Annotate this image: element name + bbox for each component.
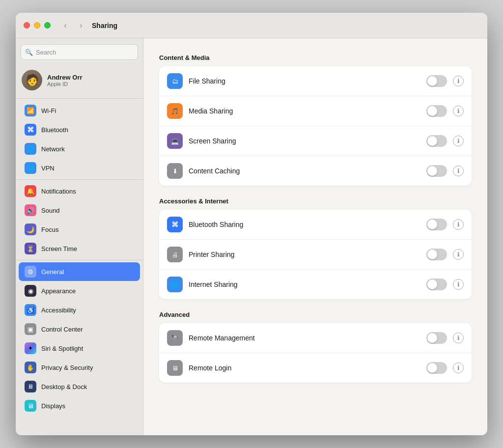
internet-sharing-icon: 🌐 [167, 277, 183, 292]
remote-management-info-button[interactable]: ℹ [453, 333, 464, 343]
maximize-button[interactable] [44, 22, 51, 28]
content-caching-icon: ⬇ [167, 163, 183, 179]
section-title-advanced: Advanced [159, 311, 472, 318]
media-sharing-info-button[interactable]: ℹ [453, 106, 464, 116]
settings-row-bluetooth-sharing: ⌘ Bluetooth Sharing ℹ [159, 210, 472, 240]
content-caching-toggle[interactable] [426, 165, 447, 177]
sidebar-item-vpn[interactable]: 🌐 VPN [19, 159, 140, 177]
titlebar: ‹ › Sharing [16, 13, 487, 38]
siri-icon: ✦ [25, 342, 36, 354]
search-bar[interactable]: 🔍 Search [21, 44, 138, 60]
sidebar-item-accessibility[interactable]: ♿ Accessibility [19, 301, 140, 319]
remote-login-toggle[interactable] [426, 362, 447, 374]
sidebar-item-appearance[interactable]: ◉ Appearance [19, 281, 140, 300]
settings-label-screen-sharing: Screen Sharing [189, 137, 420, 145]
internet-sharing-info-button[interactable]: ℹ [453, 279, 464, 290]
settings-label-internet-sharing: Internet Sharing [189, 280, 420, 288]
focus-icon: 🌙 [25, 224, 36, 235]
privacy-icon: ✋ [25, 362, 36, 373]
media-sharing-toggle[interactable] [426, 105, 447, 117]
settings-label-media-sharing: Media Sharing [189, 107, 420, 115]
sidebar-item-wifi[interactable]: 📶 Wi-Fi [19, 101, 140, 120]
settings-row-media-sharing: 🎵 Media Sharing ℹ [159, 96, 472, 126]
content-area: 🔍 Search 🧑 Andrew Orr Apple ID 📶 Wi-Fi [16, 38, 487, 435]
media-sharing-icon: 🎵 [167, 103, 183, 119]
bluetooth-sharing-icon: ⌘ [167, 217, 183, 232]
control-center-icon: ▣ [25, 323, 36, 335]
sidebar-item-bluetooth[interactable]: ⌘ Bluetooth [19, 120, 140, 139]
general-icon: ⚙ [25, 266, 36, 278]
accessibility-icon: ♿ [25, 304, 36, 316]
search-icon: 🔍 [25, 49, 33, 56]
bluetooth-sharing-info-button[interactable]: ℹ [453, 219, 464, 230]
screen-sharing-info-button[interactable]: ℹ [453, 136, 464, 146]
screen-sharing-toggle[interactable] [426, 135, 447, 147]
sidebar-divider-2 [16, 260, 143, 260]
sidebar-item-general[interactable]: ⚙ General [19, 262, 140, 281]
sidebar-item-control-center[interactable]: ▣ Control Center [19, 320, 140, 338]
sidebar-item-screen-time[interactable]: ⏳ Screen Time [19, 239, 140, 258]
settings-row-printer-sharing: 🖨 Printer Sharing ℹ [159, 240, 472, 270]
sidebar-label-displays: Displays [41, 402, 65, 410]
desktop-icon: 🖥 [25, 381, 36, 392]
bluetooth-sharing-toggle[interactable] [426, 219, 447, 230]
minimize-button[interactable] [34, 22, 40, 28]
sidebar-item-sound[interactable]: 🔊 Sound [19, 201, 140, 220]
sidebar-item-network[interactable]: 🌐 Network [19, 140, 140, 158]
user-section[interactable]: 🧑 Andrew Orr Apple ID [16, 66, 143, 96]
remote-management-toggle[interactable] [426, 332, 447, 344]
settings-group-advanced: 🔭 Remote Management ℹ 🖥 Remote Login ℹ [159, 323, 472, 383]
bluetooth-icon: ⌘ [25, 124, 36, 136]
notifications-icon: 🔔 [25, 185, 36, 197]
remote-login-info-button[interactable]: ℹ [453, 363, 464, 373]
sidebar-divider-top [16, 98, 143, 99]
internet-sharing-toggle[interactable] [426, 279, 447, 290]
settings-label-remote-login: Remote Login [189, 364, 420, 372]
sidebar-item-desktop[interactable]: 🖥 Desktop & Dock [19, 377, 140, 396]
sidebar-nav: 📶 Wi-Fi ⌘ Bluetooth 🌐 Network 🌐 VPN [16, 101, 143, 435]
avatar: 🧑 [22, 70, 42, 90]
vpn-icon: 🌐 [25, 162, 36, 174]
network-icon: 🌐 [25, 143, 36, 155]
sidebar-item-privacy[interactable]: ✋ Privacy & Security [19, 358, 140, 377]
sidebar-label-notifications: Notifications [41, 188, 76, 195]
nav-buttons: ‹ › [58, 19, 88, 32]
screen-sharing-icon: 💻 [167, 133, 183, 149]
sidebar-label-accessibility: Accessibility [41, 307, 76, 314]
appearance-icon: ◉ [25, 285, 36, 297]
main-content: Content & Media 🗂 File Sharing ℹ 🎵 Media… [143, 38, 487, 435]
sidebar-label-appearance: Appearance [41, 287, 76, 295]
remote-management-icon: 🔭 [167, 330, 183, 346]
user-subtitle: Apple ID [47, 81, 83, 87]
sidebar-label-general: General [41, 268, 64, 276]
section-title-content-media: Content & Media [159, 54, 472, 61]
user-info: Andrew Orr Apple ID [47, 74, 83, 87]
sidebar-item-siri[interactable]: ✦ Siri & Spotlight [19, 339, 140, 358]
file-sharing-info-button[interactable]: ℹ [453, 76, 464, 86]
forward-button[interactable]: › [74, 19, 88, 32]
settings-row-screen-sharing: 💻 Screen Sharing ℹ [159, 126, 472, 156]
sidebar-item-displays[interactable]: 🖥 Displays [19, 396, 140, 415]
settings-row-remote-login: 🖥 Remote Login ℹ [159, 353, 472, 383]
main-window: ‹ › Sharing 🔍 Search 🧑 Andrew Orr Apple … [16, 13, 487, 435]
settings-label-bluetooth-sharing: Bluetooth Sharing [189, 221, 420, 228]
sidebar-divider-1 [16, 179, 143, 180]
close-button[interactable] [24, 22, 30, 28]
back-button[interactable]: ‹ [58, 19, 72, 32]
content-caching-info-button[interactable]: ℹ [453, 166, 464, 176]
window-title: Sharing [92, 22, 117, 29]
sidebar-item-focus[interactable]: 🌙 Focus [19, 220, 140, 239]
settings-group-content-media: 🗂 File Sharing ℹ 🎵 Media Sharing ℹ 💻 Scr… [159, 66, 472, 186]
sidebar-label-sound: Sound [41, 207, 60, 214]
remote-login-icon: 🖥 [167, 360, 183, 376]
section-title-accessories: Accessories & Internet [159, 197, 472, 205]
search-placeholder: Search [36, 49, 56, 56]
sidebar-label-bluetooth: Bluetooth [41, 126, 68, 134]
settings-row-remote-management: 🔭 Remote Management ℹ [159, 323, 472, 353]
printer-sharing-info-button[interactable]: ℹ [453, 249, 464, 260]
printer-sharing-toggle[interactable] [426, 249, 447, 260]
file-sharing-toggle[interactable] [426, 75, 447, 87]
user-name: Andrew Orr [47, 74, 83, 81]
sidebar-item-notifications[interactable]: 🔔 Notifications [19, 182, 140, 200]
screen-time-icon: ⏳ [25, 243, 36, 254]
